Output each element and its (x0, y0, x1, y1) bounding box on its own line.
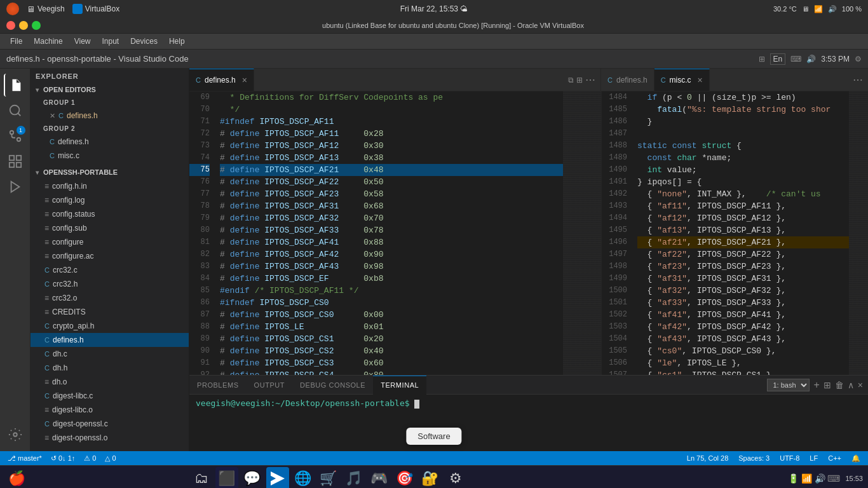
taskbar-vscode-app[interactable] (266, 467, 289, 489)
terminal-content[interactable]: veegish@veegish:~/Desktop/openssh-portab… (189, 395, 868, 451)
git-branch-item[interactable]: ⎇ master* (5, 451, 44, 465)
explorer-icon[interactable] (4, 74, 27, 97)
tab-defines-h-2[interactable]: C defines.h (601, 69, 654, 91)
code-line: # define IPTOS_DSCP_CS4 0x80 (220, 369, 563, 375)
taskbar-discord-app[interactable]: 💬 (241, 467, 264, 489)
notifications-item[interactable]: 🔔 (849, 451, 863, 465)
open-editor-file-1[interactable]: ✕ C defines.h (31, 109, 189, 123)
close-terminal-icon[interactable]: × (858, 380, 863, 390)
lang-indicator[interactable]: En (770, 53, 786, 65)
file-crc32-h[interactable]: C crc32.h (31, 277, 189, 291)
file-dh-c[interactable]: C dh.c (31, 347, 189, 361)
config-icon: ≡ (44, 238, 49, 247)
file-crc32-o[interactable]: ≡ crc32.o (31, 291, 189, 305)
split-terminal-icon[interactable]: ⊞ (824, 380, 831, 390)
layout-icon[interactable]: ⊞ (759, 55, 765, 64)
panel-tab-problems[interactable]: PROBLEMS (189, 376, 247, 395)
file-config-h-in[interactable]: ≡ config.h.in (31, 179, 189, 193)
file-config-sub[interactable]: ≡ config.sub (31, 221, 189, 235)
menu-file[interactable]: File (5, 36, 27, 47)
os-logo[interactable] (6, 3, 19, 15)
taskbar-dev-app[interactable]: 🎯 (393, 467, 416, 489)
taskbar-finder-app[interactable]: 🗂 (190, 467, 213, 489)
tab-defines-h-1[interactable]: C defines.h × (189, 69, 254, 91)
file-crypto-api-h[interactable]: C crypto_api.h (31, 319, 189, 333)
config-icon: ≡ (44, 196, 49, 205)
file-config-log[interactable]: ≡ config.log (31, 193, 189, 207)
sync-item[interactable]: ↺ 0↓ 1↑ (48, 451, 78, 465)
menu-view[interactable]: View (69, 36, 96, 47)
extensions-icon[interactable] (4, 150, 27, 173)
encoding-item[interactable]: UTF-8 (777, 451, 802, 465)
run-icon[interactable] (4, 175, 27, 198)
window-maximize[interactable] (32, 21, 41, 30)
file-credits[interactable]: ≡ CREDITS (31, 305, 189, 319)
split-editor-icon[interactable]: ⧉ (568, 76, 574, 85)
window-controls: ubuntu (Linked Base for ubuntu and ubunt… (0, 18, 868, 34)
explorer-header[interactable]: EXPLORER (31, 69, 189, 83)
language-item[interactable]: C++ (825, 451, 844, 465)
os-veegish-app[interactable]: 🖥 Veegish (27, 4, 65, 14)
window-minimize[interactable] (19, 21, 28, 30)
source-control-icon[interactable]: 1 (4, 125, 27, 147)
settings-icon[interactable]: ⚙ (855, 55, 862, 64)
tab-misc-c[interactable]: C misc.c × (654, 69, 710, 91)
position-item[interactable]: Ln 75, Col 28 (684, 451, 731, 465)
warnings-item[interactable]: △ 0 (102, 451, 118, 465)
open-editors-header[interactable]: ▾ OPEN EDITORS (31, 83, 189, 97)
taskbar-music-app[interactable]: 🎵 (342, 467, 365, 489)
window-close[interactable] (6, 21, 15, 30)
taskbar-terminal-app[interactable]: ⬛ (215, 467, 238, 489)
settings-gear-icon[interactable] (4, 423, 27, 446)
menu-machine[interactable]: Machine (29, 36, 67, 47)
open-editor-file-2[interactable]: C defines.h (31, 135, 189, 149)
taskbar-other-app[interactable]: ⚙ (444, 467, 467, 489)
file-crc32-c[interactable]: C crc32.c (31, 263, 189, 277)
add-terminal-icon[interactable]: + (813, 379, 819, 391)
more-actions-icon[interactable]: ⋯ (585, 74, 595, 86)
errors-item[interactable]: ⚠ 0 (81, 451, 98, 465)
taskbar-steam-app[interactable]: 🎮 (368, 467, 391, 489)
menu-input[interactable]: Input (97, 36, 125, 47)
os-virtualbox-app[interactable]: VirtualBox (72, 4, 119, 14)
file-digest-libc-c[interactable]: C digest-libc.c (31, 389, 189, 403)
line-ending-item[interactable]: LF (807, 451, 820, 465)
taskbar-appstore-app[interactable]: 🛒 (317, 467, 340, 489)
file-dh-o[interactable]: ≡ dh.o (31, 375, 189, 389)
file-configure[interactable]: ≡ configure (31, 235, 189, 249)
file-dh-h[interactable]: C dh.h (31, 361, 189, 375)
file-defines-h[interactable]: C defines.h (31, 333, 189, 347)
file-digest-openssl-c[interactable]: C digest-openssl.c (31, 417, 189, 431)
menu-help[interactable]: Help (164, 36, 190, 47)
panel-tab-output[interactable]: OUTPUT (247, 376, 293, 395)
spaces-item[interactable]: Spaces: 3 (736, 451, 772, 465)
editor2-code-lines[interactable]: if (p < 0 || (size_t)p >= len) fatal("%s… (632, 92, 849, 375)
terminal-selector[interactable]: 1: bash (767, 379, 810, 391)
svg-rect-5 (16, 156, 20, 160)
file-configure-ac[interactable]: ≡ configure.ac (31, 249, 189, 263)
menu-devices[interactable]: Devices (125, 36, 163, 47)
editor1-tabs: C defines.h × ⧉ ⊞ ⋯ (189, 69, 600, 91)
maximize-terminal-icon[interactable]: ∧ (848, 380, 854, 390)
file-name: crypto_api.h (53, 322, 94, 330)
taskbar-bitwarden-app[interactable]: 🔐 (419, 467, 442, 489)
more-actions-2-icon[interactable]: ⋯ (853, 74, 863, 86)
panel-tab-terminal[interactable]: TERMINAL (373, 376, 426, 395)
editor2-code[interactable]: 1484 1485 1486 1487 1488 1489 1490 1491 … (602, 92, 868, 375)
file-digest-openssl-o[interactable]: ≡ digest-openssl.o (31, 431, 189, 445)
taskbar-chrome-app[interactable]: 🌐 (292, 467, 315, 489)
layout-icon[interactable]: ⊞ (576, 76, 583, 85)
editor1-code[interactable]: 69 70 71 72 73 74 75 76 77 78 79 80 (189, 92, 601, 375)
taskbar-finder-icon[interactable]: 🍎 (5, 467, 28, 489)
search-icon[interactable] (4, 99, 27, 122)
file-digest-libc-o[interactable]: ≡ digest-libc.o (31, 403, 189, 417)
file-config-status[interactable]: ≡ config.status (31, 207, 189, 221)
project-header[interactable]: ▾ OPENSSH-PORTABLE (31, 165, 189, 179)
c-file-icon: C (44, 392, 50, 400)
panel-tab-debug[interactable]: DEBUG CONSOLE (292, 376, 373, 395)
trash-terminal-icon[interactable]: 🗑 (835, 380, 844, 390)
editor1-code-lines[interactable]: * Definitions for DiffServ Codepoints as… (215, 92, 563, 375)
tab-close-2[interactable]: × (698, 75, 703, 85)
tab-close-1[interactable]: × (242, 75, 247, 85)
open-editor-file-3[interactable]: C misc.c (31, 149, 189, 163)
